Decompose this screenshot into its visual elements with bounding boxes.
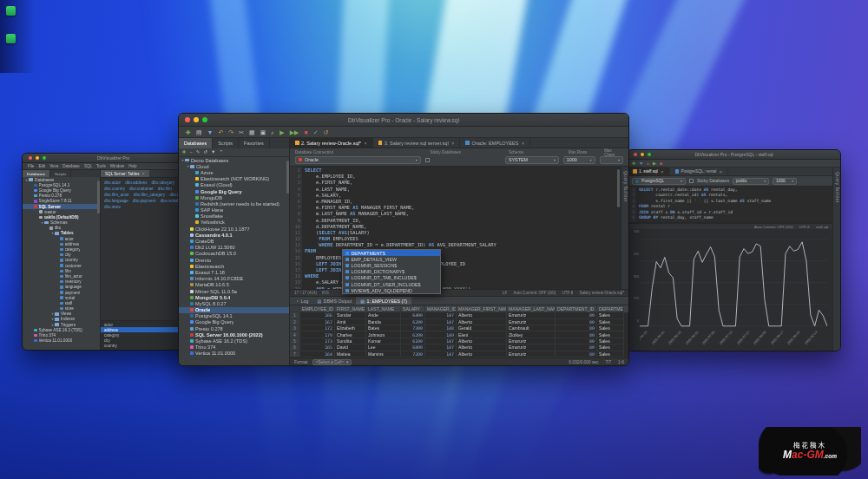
schema-select[interactable]: public ▾ [733, 178, 769, 185]
max-rows-select[interactable]: 1000 ▾ [773, 178, 797, 185]
cell[interactable]: 147 [425, 312, 457, 318]
menu-database[interactable]: Database [62, 164, 80, 168]
rollback-icon[interactable]: ↺ [324, 129, 329, 135]
close-button[interactable] [634, 153, 637, 156]
new-tab-icon[interactable]: ✚ [632, 161, 635, 166]
tree-item-db2-luw-11-5060[interactable]: Db2 LUW 11.5060 [179, 245, 289, 251]
cell[interactable]: Sales [597, 319, 624, 325]
close-icon[interactable]: × [365, 141, 367, 146]
cell[interactable]: 172 [300, 325, 335, 331]
sticky-databases-checkbox[interactable] [689, 179, 694, 183]
close-icon[interactable]: × [720, 169, 722, 174]
cell[interactable]: 147 [425, 344, 457, 351]
redo-icon[interactable]: ↷ [228, 129, 233, 135]
tree-item-postgresql-14-1[interactable]: PostgreSQL 14.1 [179, 313, 289, 319]
cell[interactable]: 80 [556, 312, 597, 318]
cell[interactable]: 147 [425, 319, 457, 325]
sql-code[interactable]: SELECT r.rental_date::date AS rental_day… [636, 187, 832, 222]
collapse-all-icon[interactable]: ⌃ [220, 150, 224, 155]
close-button[interactable] [29, 156, 32, 160]
sidebar-tab-scripts[interactable]: Scripts [50, 170, 71, 177]
table-link-dbo-store[interactable]: dbo.store [104, 205, 121, 209]
desktop-app-icon-2[interactable] [6, 34, 16, 43]
schema-select[interactable]: SYSTEM ▾ [505, 156, 559, 164]
cell[interactable]: Alberto [457, 351, 507, 358]
table-link-dbo-country[interactable]: dbo.country [104, 187, 125, 191]
cell[interactable]: Sales [597, 338, 624, 344]
menu-tools[interactable]: Tools [96, 164, 106, 168]
column-header-first-name[interactable]: FIRST_NAME [335, 305, 366, 312]
sql-editor[interactable]: 123456789101112131415161718192021222324 … [290, 167, 628, 289]
object-view-tab[interactable]: SQL Server: Tables × [101, 170, 149, 177]
column-header-last-name[interactable]: LAST_NAME [366, 305, 401, 312]
table-link-dbo-film-category[interactable]: dbo.film_category [134, 193, 165, 197]
cell[interactable]: 7200 [401, 351, 425, 358]
cell[interactable]: 165 [300, 344, 335, 351]
menu-view[interactable]: View [49, 164, 58, 168]
cell[interactable]: 164 [300, 351, 335, 358]
query-builder-strip[interactable]: Query Builder [621, 167, 628, 289]
cell[interactable]: Johnson [366, 331, 401, 338]
connection-select[interactable]: PostgreSQL ▾ [632, 178, 686, 185]
cell[interactable]: Errazuriz [507, 338, 556, 344]
cell[interactable]: Alberto [457, 312, 507, 318]
close-icon[interactable]: × [522, 141, 524, 146]
tree-item-azure[interactable]: Azure [179, 169, 289, 175]
copy-icon[interactable]: ▦ [249, 129, 255, 135]
table-link-dbo-payment[interactable]: dbo.payment [133, 199, 156, 203]
max-rows-select[interactable]: 1000 ▾ [563, 156, 595, 164]
query-builder-strip[interactable]: Query Builder [832, 167, 840, 351]
table-link-dbo-customer[interactable]: dbo.customer [129, 187, 154, 191]
result-tab-log[interactable]: ◔Log [292, 297, 312, 305]
tree-folder-cloud[interactable]: ▾Cloud [179, 163, 289, 169]
cell-format-select[interactable]: <Select a Cell> ▾ [312, 359, 352, 365]
refresh-icon[interactable]: ↺ [203, 150, 207, 155]
cell[interactable]: 149 [425, 331, 457, 338]
table-link-dbo-film-actor[interactable]: dbo.film_actor [104, 193, 129, 197]
table-link-dbo-actor[interactable]: dbo.actor [104, 180, 121, 185]
menu-sql[interactable]: SQL [84, 164, 92, 168]
column-header-employee-id[interactable]: EMPLOYEE_ID [300, 305, 335, 312]
cell[interactable]: Sales [597, 351, 624, 358]
desktop-app-icon-1[interactable] [6, 6, 16, 16]
cell[interactable]: 80 [556, 344, 597, 351]
execute-script-icon[interactable]: ▶▶ [290, 129, 299, 135]
editor-scrollbar[interactable] [617, 169, 620, 207]
tree-item-elasticsearch[interactable]: Elasticsearch [179, 263, 289, 269]
max-chars-select[interactable]: ▾ [600, 156, 623, 164]
cell[interactable]: Amit [335, 319, 366, 325]
tree-item-dremio[interactable]: Dremio [179, 257, 289, 263]
table-link-dbo-film[interactable]: dbo.film [158, 187, 172, 191]
add-connection-icon[interactable]: ✚ [182, 150, 187, 155]
cell[interactable]: 80 [556, 338, 597, 344]
undo-icon[interactable]: ↶ [218, 129, 223, 135]
tree-item-sybase-ase-16-2-tds[interactable]: Sybase ASE 16.2 (TDS) [179, 338, 289, 344]
editor-tab-oracle-employees[interactable]: Oracle: EMPLOYEES× [460, 138, 530, 148]
zoom-button[interactable] [648, 153, 651, 156]
cell[interactable]: 6100 [401, 338, 425, 344]
editor-tab-3-salary-review-sql-server-sql[interactable]: 3. Salary review sql server.sql× [373, 138, 461, 148]
search-icon[interactable]: ⌕ [647, 161, 649, 166]
cell[interactable]: Alberto [457, 319, 507, 325]
save-icon[interactable]: ▼ [639, 161, 643, 166]
cell[interactable]: 80 [556, 319, 597, 325]
stop-icon[interactable]: ■ [660, 161, 662, 166]
tree-item-google-big-query[interactable]: Google Big Query [179, 319, 289, 325]
tree-item-oracle[interactable]: Oracle [179, 307, 289, 313]
autocomplete-item-emp-details-view[interactable]: EMP_DETAILS_VIEW [343, 256, 440, 262]
autocomplete-item-logmnr-dt-tab-include[interactable]: LOGMNR_DT_TAB_INCLUDE$ [343, 275, 440, 281]
menu-help[interactable]: Help [128, 164, 136, 168]
execute-icon[interactable]: ▶ [653, 161, 656, 166]
editor-tab-1-staff-sql[interactable]: 1. staff.sql× [628, 167, 670, 175]
autocomplete-item-departments[interactable]: DEPARTMENTS [343, 250, 440, 256]
minimize-button[interactable] [194, 117, 199, 122]
tree-item-exasol-7-1-18[interactable]: Exasol 7.1.18 [179, 269, 289, 275]
tree-item-informix-14-10-fc8de[interactable]: Informix 14.10.FC8DE [179, 276, 289, 282]
sql-editor[interactable]: 123456 SELECT r.rental_date::date AS ren… [628, 187, 832, 223]
minimize-button[interactable] [641, 153, 644, 156]
cell[interactable]: 80 [556, 351, 597, 358]
commit-icon[interactable]: ✓ [313, 129, 319, 135]
cell[interactable]: Marvins [366, 351, 401, 358]
sidebar-tab-databases[interactable]: Databases [179, 138, 213, 148]
cell[interactable]: 167 [300, 319, 335, 325]
